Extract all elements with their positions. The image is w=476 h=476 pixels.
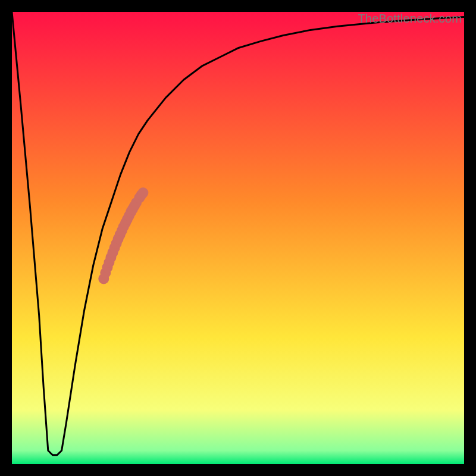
attribution-text: TheBottleneck.com [358, 12, 462, 26]
chart-frame: TheBottleneck.com [0, 0, 476, 476]
gradient-background [12, 12, 464, 464]
bottleneck-chart [12, 12, 464, 464]
plot-area: TheBottleneck.com [12, 12, 464, 464]
highlight-dot [137, 187, 148, 198]
